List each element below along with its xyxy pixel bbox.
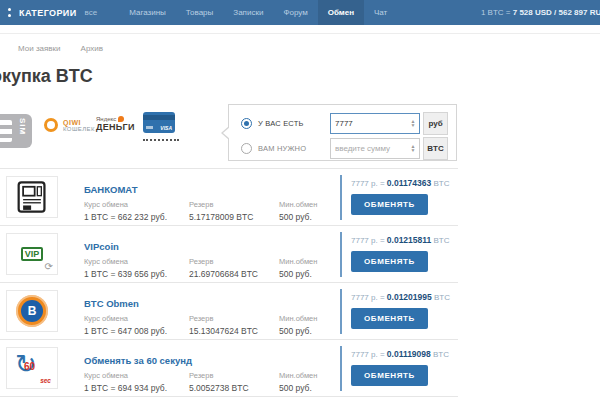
divider-line (340, 346, 342, 391)
exchanger-offers-list: БАНКОМАТ Курс обмена 1 BTC = 662 232 руб… (0, 168, 458, 397)
you-need-radio[interactable] (241, 143, 252, 154)
conversion-result: 7777 р. = 0.01201995 BTC (351, 292, 450, 302)
vipcoin-icon: VIP⟳ (15, 241, 49, 267)
exchanger-name-link[interactable]: BTC Obmen (84, 298, 139, 309)
nav-item-goods[interactable]: Товары (176, 0, 224, 25)
reserve-label: Резерв (189, 200, 279, 209)
reserve-label: Резерв (189, 371, 279, 380)
qiwi-wallet-icon[interactable]: QIWI КОШЕЛЕК (44, 118, 95, 132)
reserve-label: Резерв (189, 257, 279, 266)
conversion-result: 7777 р. = 0.01215811 BTC (351, 235, 450, 245)
exchange-button[interactable]: ОБМЕНЯТЬ (351, 308, 428, 329)
exchange-button[interactable]: ОБМЕНЯТЬ (351, 194, 428, 215)
conversion-result: 7777 р. = 0.01174363 BTC (351, 178, 450, 188)
min-exchange-value: 500 руб. (279, 383, 337, 393)
min-exchange-label: Мин.обмен (279, 257, 337, 266)
reserve-value: 21.69706684 BTC (189, 269, 279, 279)
exchanger-name-link[interactable]: БАНКОМАТ (84, 184, 137, 195)
sim-contacts (0, 120, 12, 142)
top-navigation-bar: КАТЕГОРИИ все Магазины Товары Записки Фо… (0, 0, 600, 25)
nav-item-chat[interactable]: Чат (364, 0, 397, 25)
page-title: Покупка BTC (0, 66, 93, 87)
you-have-label[interactable]: У ВАС ЕСТЬ (258, 119, 330, 128)
rate-label: Курс обмена (84, 257, 189, 266)
subnav-item-archive[interactable]: Архив (81, 44, 103, 53)
atm-icon (16, 181, 48, 213)
subnav-item-my-requests[interactable]: Мои заявки (18, 44, 61, 53)
stepper-arrows[interactable]: ▲▼ (407, 144, 419, 152)
exchange-button[interactable]: ОБМЕНЯТЬ (351, 251, 428, 272)
categories-all-link[interactable]: все (85, 8, 98, 17)
rate-label: Курс обмена (84, 371, 189, 380)
reserve-value: 5.0052738 BTC (189, 383, 279, 393)
btc-obmen-icon-box[interactable]: B (6, 290, 58, 332)
btc-rate-ticker: 1 BTC = 7 528 USD / 562 897 RUB (481, 8, 600, 17)
nav-item-notes[interactable]: Записки (223, 0, 273, 25)
exchanger-name-link[interactable]: VIPcoin (84, 241, 119, 252)
divider-line (340, 175, 342, 220)
atm-icon-box[interactable] (6, 176, 58, 218)
stepper-arrows[interactable]: ▲▼ (407, 119, 419, 127)
min-exchange-value: 500 руб. (279, 212, 337, 222)
exchanger-row: ↻60sec Обменять за 60 секунд Курс обмена… (0, 340, 458, 397)
you-need-input-wrap: ▲▼ (330, 138, 420, 159)
nav-item-exchange[interactable]: Обмен (318, 0, 364, 25)
exchanger-row: БАНКОМАТ Курс обмена 1 BTC = 662 232 руб… (0, 169, 458, 226)
rub-unit-label: руб (423, 112, 448, 135)
exchange-button[interactable]: ОБМЕНЯТЬ (351, 365, 428, 386)
payment-methods: SIM QIWI КОШЕЛЕК Яндекс ДЕНЬГИ VISA (0, 104, 215, 162)
you-have-input-wrap: ▲▼ (330, 113, 420, 134)
exchanger-name-link[interactable]: Обменять за 60 секунд (84, 355, 192, 366)
rate-value: 1 BTC = 639 656 руб. (84, 269, 189, 279)
conversion-result: 7777 р. = 0.01119098 BTC (351, 349, 449, 359)
categories-brand[interactable]: КАТЕГОРИИ (19, 8, 77, 18)
you-need-label[interactable]: ВАМ НУЖНО (258, 144, 330, 153)
min-exchange-label: Мин.обмен (279, 200, 337, 209)
divider-line (340, 232, 342, 277)
min-exchange-value: 500 руб. (279, 326, 337, 336)
rate-value: 1 BTC = 647 008 руб. (84, 326, 189, 336)
sim-payment-icon[interactable]: SIM (0, 114, 32, 148)
qiwi-ring-icon (44, 118, 58, 132)
top-nav: Магазины Товары Записки Форум Обмен Чат (119, 0, 397, 25)
card-stripe (143, 115, 175, 120)
btc-unit-label: BTC (423, 137, 448, 160)
sixty-sec-icon-box[interactable]: ↻60sec (6, 347, 58, 389)
nav-item-forum[interactable]: Форум (273, 0, 317, 25)
min-exchange-label: Мин.обмен (279, 371, 337, 380)
divider-line (0, 33, 600, 34)
min-exchange-label: Мин.обмен (279, 314, 337, 323)
exchanger-row: B BTC Obmen Курс обмена 1 BTC = 647 008 … (0, 283, 458, 340)
nav-item-shops[interactable]: Магазины (119, 0, 176, 25)
yandex-money-icon[interactable]: Яндекс ДЕНЬГИ (96, 116, 135, 132)
btc-obmen-icon: B (16, 295, 48, 327)
amount-form: У ВАС ЕСТЬ ▲▼ руб ВАМ НУЖНО ▲▼ BTC (228, 104, 457, 161)
exchange-subnav: Обмен Мои заявки Архив (0, 44, 103, 53)
reserve-label: Резерв (189, 314, 279, 323)
bank-card-icon[interactable]: VISA (143, 112, 175, 141)
form-arrow-notch (221, 126, 229, 140)
selected-method-underline (143, 139, 179, 141)
rate-value: 1 BTC = 694 934 руб. (84, 383, 189, 393)
reserve-value: 5.17178009 BTC (189, 212, 279, 222)
menu-dots-icon[interactable] (8, 8, 11, 17)
you-have-radio[interactable] (241, 118, 252, 129)
reserve-value: 15.13047624 BTC (189, 326, 279, 336)
sixty-sec-icon: ↻60sec (15, 353, 49, 383)
vipcoin-icon-box[interactable]: VIP⟳ (6, 233, 58, 275)
rate-value: 1 BTC = 662 232 руб. (84, 212, 189, 222)
divider-line (340, 289, 342, 334)
exchanger-row: VIP⟳ VIPcoin Курс обмена 1 BTC = 639 656… (0, 226, 458, 283)
rate-label: Курс обмена (84, 200, 189, 209)
you-have-input[interactable] (331, 119, 407, 128)
rate-label: Курс обмена (84, 314, 189, 323)
you-need-input[interactable] (331, 144, 407, 153)
min-exchange-value: 500 руб. (279, 269, 337, 279)
card-chip (146, 126, 153, 129)
